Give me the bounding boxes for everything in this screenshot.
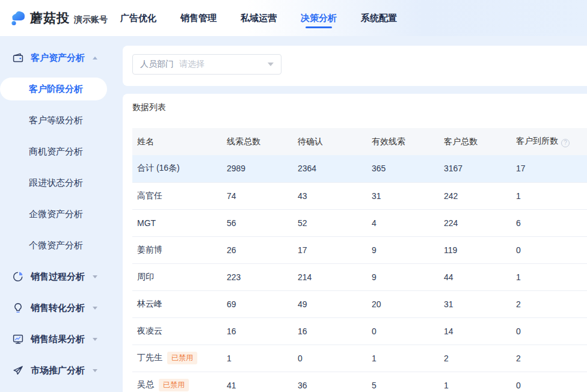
cell-total-customers: 224 [439,209,511,236]
brand-name: 蘑菇投 [30,10,70,26]
app-logo[interactable]: 蘑菇投 演示账号 [8,8,108,28]
cell-total-leads: 2989 [222,155,293,182]
sidebar-item-customer-level[interactable]: 客户等级分析 [0,105,120,136]
department-select-placeholder: 请选择 [179,59,204,70]
cell-total-customers: 2 [439,345,511,372]
cell-customers-arrived: 1 [511,263,587,290]
cell-valid-leads: 1 [367,345,439,372]
cell-total-customers: 31 [439,290,511,317]
sidebar-group-sales-result[interactable]: 销售结果分析 [0,323,120,355]
column-header-pending-confirm: 待确认 [293,128,367,155]
table-row: 高官任7443312421 [132,182,587,209]
table-header-row: 姓名线索总数待确认有效线索客户总数客户到所数? [132,128,587,155]
cell-valid-leads: 9 [367,263,439,290]
cell-total-leads: 26 [222,236,293,263]
sidebar-group-market-promotion[interactable]: 市场推广分析 [0,355,120,386]
wallet-icon [12,52,24,64]
sidebar-group-label: 客户资产分析 [31,52,85,64]
cell-valid-leads: 9 [367,236,439,263]
cell-total-leads: 69 [222,290,293,317]
summary-row: 合计 (16条)29892364365316717 [132,155,587,182]
column-header-valid-leads: 有效线索 [367,128,439,155]
cell-total-customers: 44 [439,263,511,290]
filter-card: 人员部门 请选择 [123,46,587,86]
caret-down-icon [93,369,97,372]
caret-down-icon [93,275,97,278]
top-bar: 蘑菇投 演示账号 广告优化销售管理私域运营决策分析系统配置 [0,0,587,36]
cell-total-leads: 223 [222,263,293,290]
mushroom-cloud-logo-icon [8,8,28,28]
cell-total-leads: 41 [222,372,293,392]
caret-down-icon [93,307,97,310]
column-header-name: 姓名 [132,128,222,155]
cell-total-customers: 242 [439,182,511,209]
cell-pending-confirm: 17 [293,236,367,263]
cell-total-customers: 119 [439,236,511,263]
top-nav: 广告优化销售管理私域运营决策分析系统配置 [120,0,421,36]
nav-item-ad-optimization[interactable]: 广告优化 [120,0,156,36]
cell-customers-arrived: 2 [511,290,587,317]
cell-name: 吴总已禁用 [132,372,222,392]
sidebar-group-label: 销售结果分析 [31,334,85,345]
sidebar-group-label: 销售转化分析 [31,302,85,314]
cell-name: MGT [132,209,222,236]
data-list-card: 数据列表 姓名线索总数待确认有效线索客户总数客户到所数? 合计 (16条)298… [123,94,587,392]
table-row: 周印2232149441 [132,263,587,290]
cell-pending-confirm: 36 [293,372,367,392]
pie-chart-icon [12,271,24,283]
brand-subtitle: 演示账号 [74,14,108,25]
table-row: 吴总已禁用4136510 [132,372,587,392]
department-select[interactable]: 人员部门 请选择 [132,54,281,75]
lightbulb-icon [12,302,24,314]
nav-item-decision-analysis[interactable]: 决策分析 [301,0,337,36]
caret-down-icon [93,338,97,341]
data-table: 姓名线索总数待确认有效线索客户总数客户到所数? 合计 (16条)29892364… [132,128,587,392]
department-select-label: 人员部门 [140,59,174,70]
table-row: 姜前博261791190 [132,236,587,263]
monitor-chart-icon [12,333,24,345]
cell-name: 周印 [132,263,222,290]
sidebar-group-sales-process[interactable]: 销售过程分析 [0,261,120,292]
cell-total-leads: 74 [222,182,293,209]
table-row: MGT565242246 [132,209,587,236]
question-mark-icon[interactable]: ? [561,139,570,147]
cell-customers-arrived: 17 [511,155,587,182]
column-header-customers-arrived: 客户到所数? [511,128,587,155]
nav-item-system-config[interactable]: 系统配置 [361,0,397,36]
sidebar-item-wecom-asset[interactable]: 企微资产分析 [0,198,120,230]
cell-valid-leads: 5 [367,372,439,392]
sidebar: 客户资产分析客户阶段分析客户等级分析商机资产分析跟进状态分析企微资产分析个微资产… [0,36,120,392]
cell-customers-arrived: 2 [511,345,587,372]
cell-valid-leads: 31 [367,182,439,209]
sidebar-group-sales-conversion[interactable]: 销售转化分析 [0,292,120,323]
cell-pending-confirm: 214 [293,263,367,290]
cell-total-leads: 16 [222,317,293,345]
section-title: 数据列表 [132,102,587,113]
cell-name: 高官任 [132,182,222,209]
main-content: 人员部门 请选择 数据列表 姓名线索总数待确认有效线索客户总数客户到所数? 合计… [120,36,587,392]
cell-name: 夜凌云 [132,317,222,345]
sidebar-item-followup-status[interactable]: 跟进状态分析 [0,167,120,198]
paper-plane-icon [12,364,24,376]
cell-pending-confirm: 43 [293,182,367,209]
nav-item-sales-management[interactable]: 销售管理 [180,0,217,36]
cell-name: 林云峰 [132,290,222,317]
cell-total-leads: 1 [222,345,293,372]
disabled-badge: 已禁用 [159,379,189,391]
sidebar-group-label: 市场推广分析 [31,365,85,376]
cell-customers-arrived: 0 [511,372,587,392]
nav-item-private-domain[interactable]: 私域运营 [241,0,277,36]
cell-pending-confirm: 49 [293,290,367,317]
cell-valid-leads: 4 [367,209,439,236]
sidebar-group-customer-asset[interactable]: 客户资产分析 [0,42,120,73]
sidebar-item-opportunity-asset[interactable]: 商机资产分析 [0,136,120,167]
disabled-badge: 已禁用 [167,352,197,364]
sidebar-item-personal-wechat-asset[interactable]: 个微资产分析 [0,230,120,261]
cell-pending-confirm: 16 [293,317,367,345]
column-header-total-customers: 客户总数 [439,128,511,155]
cell-valid-leads: 0 [367,317,439,345]
sidebar-item-customer-stage[interactable]: 客户阶段分析 [0,78,107,100]
cell-pending-confirm: 2364 [293,155,367,182]
cell-total-leads: 56 [222,209,293,236]
chevron-down-icon [268,63,274,66]
